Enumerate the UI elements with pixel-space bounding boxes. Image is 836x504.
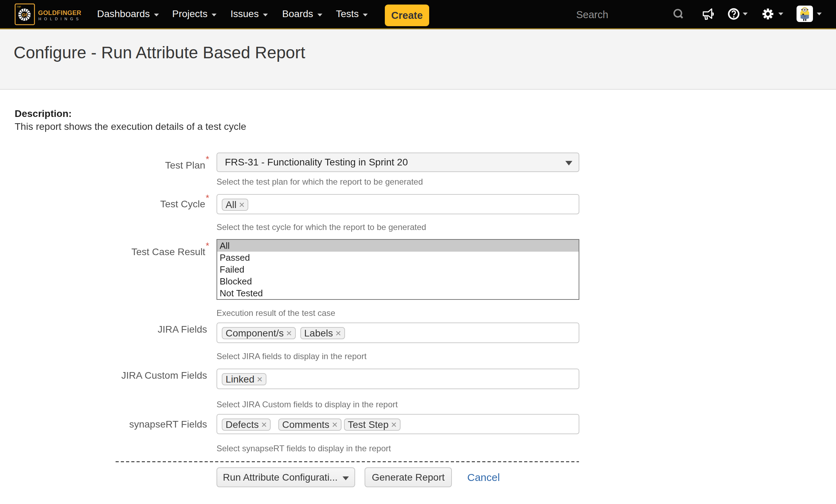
svg-text:Gf: Gf xyxy=(22,12,27,17)
svg-text:79F: 79F xyxy=(17,5,21,8)
